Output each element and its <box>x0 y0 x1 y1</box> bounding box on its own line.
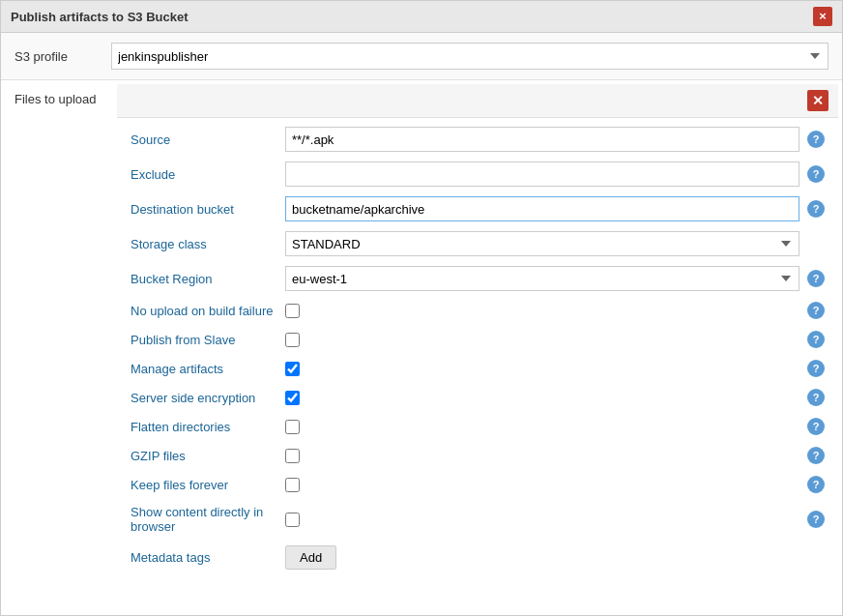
gzip-files-checkbox[interactable] <box>285 449 300 463</box>
flatten-directories-label: Flatten directories <box>131 420 285 434</box>
source-input[interactable] <box>285 127 799 152</box>
storage-class-label: Storage class <box>131 237 285 251</box>
source-help-icon[interactable]: ? <box>807 131 825 148</box>
manage-artifacts-help-icon[interactable]: ? <box>807 360 825 377</box>
show-content-directly-col <box>285 513 799 527</box>
server-side-encryption-checkbox[interactable] <box>285 391 300 405</box>
publish-from-slave-col <box>285 333 799 347</box>
files-body: Source ? Exclude ? Destination bucket ? <box>117 118 838 579</box>
title-bar-left: Publish artifacts to S3 Bucket <box>11 10 189 24</box>
title-bar: Publish artifacts to S3 Bucket × <box>1 1 842 33</box>
bucket-region-help-icon[interactable]: ? <box>807 270 825 287</box>
manage-artifacts-row: Manage artifacts ? <box>117 354 838 383</box>
manage-artifacts-col <box>285 362 799 376</box>
keep-files-forever-help-icon[interactable]: ? <box>807 476 825 493</box>
publish-from-slave-help-icon[interactable]: ? <box>807 331 825 348</box>
source-label: Source <box>131 132 285 147</box>
storage-class-select[interactable]: STANDARD REDUCED_REDUNDANCY STANDARD_IA <box>285 231 799 256</box>
window-title: Publish artifacts to S3 Bucket <box>11 10 189 24</box>
bucket-region-row: Bucket Region eu-west-1 us-east-1 us-wes… <box>117 261 838 296</box>
s3-profile-label: S3 profile <box>15 49 111 64</box>
metadata-tags-label: Metadata tags <box>131 550 285 565</box>
no-upload-build-failure-checkbox[interactable] <box>285 304 300 318</box>
server-side-encryption-col <box>285 391 799 405</box>
publish-from-slave-checkbox[interactable] <box>285 333 300 347</box>
flatten-directories-checkbox[interactable] <box>285 420 300 434</box>
destination-bucket-help-icon[interactable]: ? <box>807 200 825 218</box>
gzip-files-row: GZIP files ? <box>117 441 838 470</box>
bucket-region-select[interactable]: eu-west-1 us-east-1 us-west-1 <box>285 266 799 291</box>
manage-artifacts-checkbox[interactable] <box>285 362 300 376</box>
files-to-upload-content: ✕ Source ? Exclude ? Destinatio <box>117 84 842 579</box>
server-side-encryption-row: Server side encryption ? <box>117 383 838 412</box>
close-button[interactable]: × <box>813 7 832 26</box>
exclude-label: Exclude <box>131 167 285 182</box>
server-side-encryption-help-icon[interactable]: ? <box>807 389 825 406</box>
flatten-directories-col <box>285 420 799 434</box>
exclude-help-icon[interactable]: ? <box>807 165 825 183</box>
gzip-files-label: GZIP files <box>131 449 285 463</box>
main-window: Publish artifacts to S3 Bucket × S3 prof… <box>0 0 843 616</box>
flatten-directories-row: Flatten directories ? <box>117 412 838 441</box>
server-side-encryption-label: Server side encryption <box>131 391 285 405</box>
destination-bucket-row: Destination bucket ? <box>117 191 838 226</box>
no-upload-build-failure-label: No upload on build failure <box>131 304 285 318</box>
metadata-tags-row: Metadata tags Add <box>117 540 838 575</box>
no-upload-build-failure-col <box>285 304 799 318</box>
destination-bucket-label: Destination bucket <box>131 202 285 217</box>
s3-profile-row: S3 profile jenkinspublisher default <box>1 33 842 80</box>
destination-bucket-input[interactable] <box>285 196 799 221</box>
remove-files-button[interactable]: ✕ <box>807 90 828 111</box>
publish-from-slave-row: Publish from Slave ? <box>117 325 838 354</box>
no-upload-build-failure-row: No upload on build failure ? <box>117 296 838 325</box>
source-row: Source ? <box>117 122 838 157</box>
files-header: ✕ <box>117 84 838 118</box>
exclude-row: Exclude ? <box>117 157 838 191</box>
show-content-directly-help-icon[interactable]: ? <box>807 511 825 528</box>
s3-profile-select[interactable]: jenkinspublisher default <box>111 43 828 70</box>
no-upload-build-failure-help-icon[interactable]: ? <box>807 302 825 319</box>
files-to-upload-section: Files to upload ✕ Source ? Exclude <box>1 80 842 583</box>
gzip-files-help-icon[interactable]: ? <box>807 447 825 464</box>
metadata-add-button[interactable]: Add <box>285 545 336 570</box>
keep-files-forever-checkbox[interactable] <box>285 478 300 492</box>
show-content-directly-label: Show content directly in browser <box>131 505 285 534</box>
exclude-input[interactable] <box>285 161 799 187</box>
publish-from-slave-label: Publish from Slave <box>131 333 285 347</box>
gzip-files-col <box>285 449 799 463</box>
keep-files-forever-col <box>285 478 799 492</box>
keep-files-forever-row: Keep files forever ? <box>117 470 838 499</box>
manage-artifacts-label: Manage artifacts <box>131 362 285 376</box>
storage-class-row: Storage class STANDARD REDUCED_REDUNDANC… <box>117 226 838 261</box>
keep-files-forever-label: Keep files forever <box>131 478 285 492</box>
flatten-directories-help-icon[interactable]: ? <box>807 418 825 435</box>
show-content-directly-row: Show content directly in browser ? <box>117 499 838 540</box>
bucket-region-label: Bucket Region <box>131 272 285 286</box>
show-content-directly-checkbox[interactable] <box>285 513 300 527</box>
files-to-upload-label: Files to upload <box>1 84 117 114</box>
